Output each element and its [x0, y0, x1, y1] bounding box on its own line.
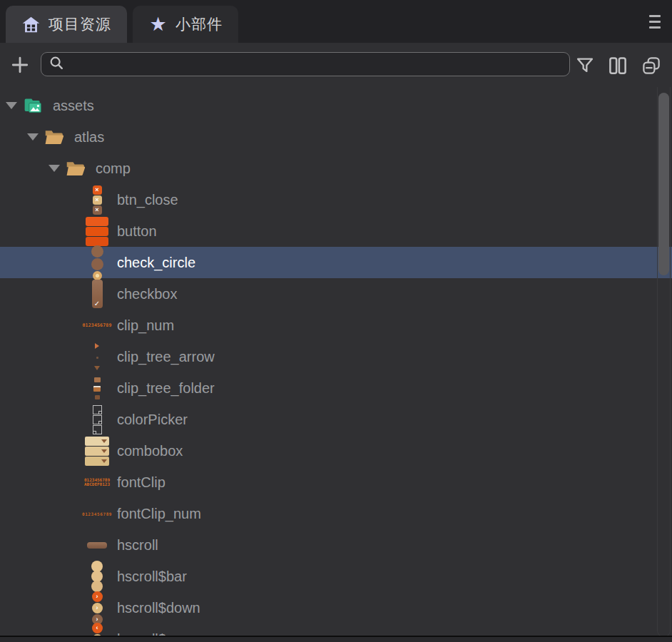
tree-row-label: fontClip	[117, 474, 166, 491]
toolbar	[0, 43, 672, 87]
assets-folder-icon	[23, 90, 43, 121]
hamburger-icon[interactable]	[649, 15, 661, 29]
tree-row-label: clip_num	[117, 317, 174, 334]
expand-arrow-icon	[67, 404, 84, 435]
star-icon: ★	[148, 15, 168, 34]
home-icon	[21, 15, 41, 34]
clip-num-icon: 0123456789	[87, 310, 107, 341]
tree-row[interactable]: button	[0, 215, 672, 247]
tree-row[interactable]: comp	[0, 153, 672, 184]
clip-tree-folder-icon	[87, 372, 107, 404]
tree-row-label: button	[117, 223, 157, 240]
btn-close-icon: × × ×	[87, 184, 107, 215]
color-picker-icon	[87, 404, 107, 435]
resource-tree: assets atlas comp × × × btn_close	[0, 87, 672, 637]
tab-widgets[interactable]: ★ 小部件	[133, 6, 238, 43]
tree-row[interactable]: 0123456789 clip_num	[0, 310, 672, 341]
expand-arrow-icon	[67, 467, 84, 498]
tree-row-label: clip_tree_arrow	[117, 349, 215, 365]
clip-tree-arrow-icon	[87, 341, 107, 372]
collapse-all-icon[interactable]	[641, 55, 662, 76]
tree-row-label: checkbox	[117, 286, 178, 302]
expand-arrow-icon[interactable]	[3, 90, 20, 121]
panel-bottom-edge	[0, 636, 672, 642]
tree-row-label: hscroll	[117, 537, 158, 554]
tree-row-label: fontClip_num	[117, 506, 201, 522]
tree-row-label: comp	[96, 160, 131, 177]
search-input[interactable]	[70, 56, 529, 73]
scrollbar-thumb[interactable]	[658, 93, 669, 275]
expand-arrow-icon	[67, 341, 84, 372]
filter-icon[interactable]	[574, 55, 596, 76]
combobox-icon	[87, 435, 107, 467]
expand-arrow-icon[interactable]	[24, 121, 41, 153]
tree-row[interactable]: combobox	[0, 435, 672, 467]
tree-row-label: colorPicker	[117, 412, 188, 428]
tree-row[interactable]: clip_tree_folder	[0, 372, 672, 404]
expand-arrow-icon	[67, 310, 84, 341]
tree-row-label: combobox	[117, 443, 183, 459]
tab-bar: 项目资源 ★ 小部件	[0, 0, 672, 43]
expand-arrow-icon	[67, 529, 84, 561]
expand-arrow-icon	[67, 184, 84, 215]
tree-row-label: hscroll$bar	[117, 569, 187, 585]
expand-arrow-icon	[67, 215, 84, 247]
tree-row-label: hscroll$down	[117, 600, 200, 616]
tree-row-label: btn_close	[117, 192, 178, 208]
expand-arrow-icon	[67, 435, 84, 467]
hscroll-down-icon: › › ›	[87, 592, 107, 623]
expand-arrow-icon	[67, 372, 84, 404]
expand-arrow-icon	[67, 247, 84, 278]
tree-row-label: assets	[53, 98, 94, 114]
tree-row[interactable]: ✓ checkbox	[0, 278, 672, 310]
hscroll-bar-icon	[87, 561, 107, 592]
tab-project-resources[interactable]: 项目资源	[6, 6, 127, 43]
tree-row[interactable]: hscroll$bar	[0, 561, 672, 592]
tree-row[interactable]: assets	[0, 90, 672, 121]
tree-row[interactable]: colorPicker	[0, 404, 672, 435]
font-clip-icon: 0123456789 ABCDEF0123	[87, 467, 107, 498]
expand-arrow-icon	[67, 278, 84, 310]
tree-row[interactable]: › › › hscroll$down	[0, 592, 672, 623]
font-clip-num-icon: 0123456789	[87, 498, 107, 529]
tree-row-label: atlas	[74, 129, 104, 146]
tree-row-label: check_circle	[117, 255, 195, 271]
checkbox-icon: ✓	[87, 278, 107, 310]
expand-arrow-icon[interactable]	[46, 153, 63, 184]
tab-label: 项目资源	[49, 14, 111, 34]
tree-row[interactable]: hscroll	[0, 529, 672, 561]
add-button[interactable]	[7, 51, 33, 78]
tree-row[interactable]: × × × btn_close	[0, 184, 672, 215]
split-columns-icon[interactable]	[607, 55, 628, 76]
expand-arrow-icon	[67, 561, 84, 592]
button-icon	[87, 215, 107, 247]
tree-row-label: clip_tree_folder	[117, 380, 215, 397]
folder-icon	[44, 121, 64, 153]
tree-row[interactable]: check_circle	[0, 247, 672, 278]
search-icon	[49, 55, 64, 73]
tree-row[interactable]: atlas	[0, 121, 672, 153]
hscroll-icon	[87, 529, 107, 561]
tab-label: 小部件	[175, 14, 223, 34]
folder-icon	[66, 153, 86, 184]
check-circle-icon	[87, 247, 107, 278]
expand-arrow-icon	[67, 592, 84, 623]
tree-row[interactable]: 0123456789 ABCDEF0123 fontClip	[0, 467, 672, 498]
tree-row[interactable]: clip_tree_arrow	[0, 341, 672, 372]
search-box[interactable]	[41, 52, 570, 76]
tree-row[interactable]: 0123456789 fontClip_num	[0, 498, 672, 529]
